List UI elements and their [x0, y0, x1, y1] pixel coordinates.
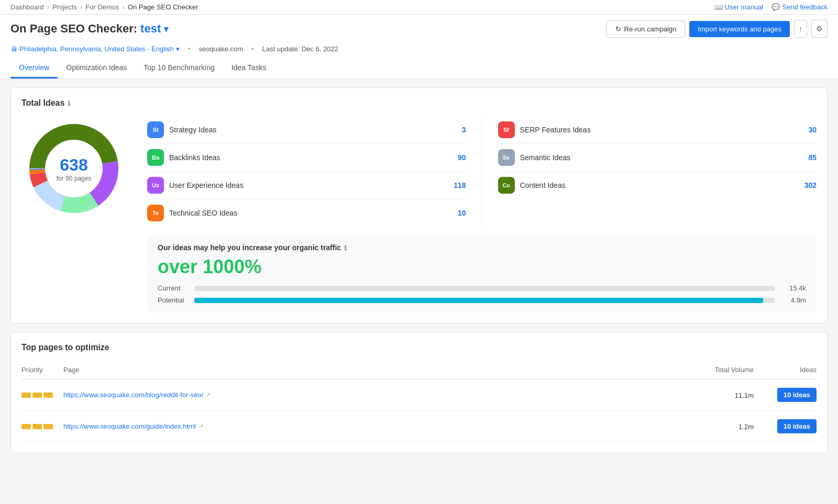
semantic-badge: Se: [498, 149, 515, 166]
technical-badge: Te: [147, 205, 164, 221]
page-cell-1: https://www.seoquake.com/guide/index.htm…: [63, 422, 691, 430]
breadcrumb-for-demos[interactable]: For Demos: [85, 3, 119, 11]
ideas-cell-0: 10 ideas: [754, 388, 817, 402]
current-traffic-row: Current 15.4k: [158, 284, 806, 292]
traffic-info-icon[interactable]: ℹ: [344, 244, 347, 252]
page-title-prefix: On Page SEO Checker:: [10, 22, 137, 36]
traffic-percent: over 1000%: [158, 256, 806, 278]
tab-idea-tasks[interactable]: Idea Tasks: [223, 58, 275, 79]
ideas-badge-0[interactable]: 10 ideas: [777, 388, 817, 402]
idea-row-strategy: St Strategy Ideas 3: [147, 116, 466, 144]
total-ideas-content: 638 for 90 pages St Strategy Ideas 3 Ba: [21, 116, 817, 312]
content-badge: Co: [498, 177, 515, 194]
idea-row-ux: Ux User Experience Ideas 118: [147, 172, 466, 199]
traffic-section: Our ideas may help you increase your org…: [147, 235, 817, 312]
donut-center: 638 for 90 pages: [57, 155, 92, 182]
ideas-and-traffic: St Strategy Ideas 3 Ba Backlinks Ideas 9…: [147, 116, 817, 312]
breadcrumb-dashboard[interactable]: Dashboard: [10, 3, 44, 11]
top-pages-card: Top pages to optimize Priority Page Tota…: [10, 332, 828, 453]
priority-bar: [43, 424, 53, 429]
content-name: Content Ideas: [520, 181, 791, 189]
volume-cell-0: 11.1m: [691, 391, 754, 399]
content-count[interactable]: 302: [796, 181, 817, 189]
potential-traffic-row: Potential 4.9m: [158, 296, 806, 304]
location-dropdown-icon: ▾: [176, 45, 180, 53]
export-button[interactable]: ↑: [794, 20, 807, 38]
page-title-project: test: [140, 22, 161, 36]
total-ideas-info-icon[interactable]: ℹ: [68, 99, 70, 107]
total-ideas-card: Total Ideas ℹ: [10, 87, 828, 323]
rerun-campaign-button[interactable]: ↻ Re-run campaign: [607, 20, 686, 38]
location-link[interactable]: 🖥 Philadelphia, Pennsylvania, United Sta…: [10, 45, 180, 53]
last-update: Last update: Dec 6, 2022: [262, 45, 338, 53]
monitor-icon: 🖥: [10, 45, 17, 53]
page-url-1[interactable]: https://www.seoquake.com/guide/index.htm…: [63, 422, 691, 430]
breadcrumb-current: On Page SEO Checker: [128, 3, 198, 11]
settings-button[interactable]: ⚙: [811, 20, 828, 38]
strategy-name: Strategy Ideas: [169, 126, 440, 134]
current-value: 15.4k: [780, 284, 806, 292]
ideas-right-column: Sf SERP Features Ideas 30 Se Semantic Id…: [482, 116, 817, 227]
refresh-icon: ↻: [615, 25, 621, 33]
ideas-grid: St Strategy Ideas 3 Ba Backlinks Ideas 9…: [147, 116, 817, 227]
breadcrumb-projects[interactable]: Projects: [52, 3, 77, 11]
header-row1: On Page SEO Checker: test ▾ ↻ Re-run cam…: [10, 20, 828, 38]
external-link-icon: ↗: [199, 423, 203, 430]
serp-name: SERP Features Ideas: [520, 126, 791, 134]
potential-bar-track: [194, 298, 775, 303]
priority-bar: [21, 424, 31, 429]
serp-badge: Sf: [498, 121, 515, 138]
donut-chart: 638 for 90 pages: [21, 116, 126, 221]
breadcrumb: Dashboard › Projects › For Demos › On Pa…: [10, 3, 198, 11]
ux-count[interactable]: 118: [445, 181, 466, 189]
potential-label: Potential: [158, 296, 189, 304]
current-bar-track: [194, 286, 775, 291]
technical-name: Technical SEO Ideas: [169, 209, 440, 217]
serp-count[interactable]: 30: [796, 126, 817, 134]
header-buttons: ↻ Re-run campaign Import keywords and pa…: [607, 20, 828, 38]
page-cell-0: https://www.seoquake.com/blog/reddit-for…: [63, 391, 691, 399]
priority-bar: [21, 393, 31, 398]
page-title: On Page SEO Checker: test ▾: [10, 22, 168, 36]
priority-cell-0: [21, 393, 63, 398]
send-feedback-link[interactable]: 💬 Send feedback: [771, 3, 828, 11]
import-keywords-button[interactable]: Import keywords and pages: [689, 21, 790, 37]
external-link-icon: ↗: [206, 391, 211, 398]
backlinks-count[interactable]: 90: [445, 153, 466, 162]
tabs: Overview Optimization Ideas Top 10 Bench…: [10, 58, 828, 79]
ux-badge: Ux: [147, 177, 164, 194]
total-ideas-title: Total Ideas ℹ: [21, 98, 817, 108]
table-header: Priority Page Total Volume Ideas: [21, 361, 817, 379]
priority-bar: [32, 424, 42, 429]
idea-row-serp: Sf SERP Features Ideas 30: [498, 116, 817, 144]
ideas-cell-1: 10 ideas: [754, 419, 817, 433]
volume-cell-1: 1.2m: [691, 422, 754, 431]
project-dropdown-arrow[interactable]: ▾: [164, 24, 168, 34]
current-bar-fill: [194, 286, 223, 291]
user-manual-link[interactable]: 📖 User manual: [714, 3, 764, 11]
table-row: https://www.seoquake.com/guide/index.htm…: [21, 411, 817, 442]
feedback-icon: 💬: [771, 3, 780, 11]
priority-bars-0: [21, 393, 63, 398]
col-header-ideas: Ideas: [754, 366, 817, 374]
donut-number: 638: [57, 155, 92, 175]
col-header-page: Page: [63, 366, 691, 374]
ux-name: User Experience Ideas: [169, 181, 440, 189]
ideas-badge-1[interactable]: 10 ideas: [777, 419, 817, 433]
page-url-0[interactable]: https://www.seoquake.com/blog/reddit-for…: [63, 391, 691, 399]
main-content: Total Ideas ℹ: [0, 79, 838, 470]
strategy-badge: St: [147, 121, 164, 138]
technical-count[interactable]: 10: [445, 209, 466, 217]
backlinks-name: Backlinks Ideas: [169, 153, 440, 162]
strategy-count[interactable]: 3: [445, 126, 466, 134]
semantic-count[interactable]: 85: [796, 153, 817, 162]
idea-row-technical: Te Technical SEO Ideas 10: [147, 199, 466, 227]
header-row2: 🖥 Philadelphia, Pennsylvania, United Sta…: [10, 42, 828, 56]
potential-bar-fill: [194, 298, 763, 303]
idea-row-semantic: Se Semantic Ideas 85: [498, 144, 817, 172]
tab-overview[interactable]: Overview: [10, 58, 58, 79]
tab-top10-benchmarking[interactable]: Top 10 Benchmarking: [135, 58, 223, 79]
tab-optimization-ideas[interactable]: Optimization Ideas: [58, 58, 135, 79]
semantic-name: Semantic Ideas: [520, 153, 791, 162]
top-bar-actions: 📖 User manual 💬 Send feedback: [714, 3, 828, 11]
